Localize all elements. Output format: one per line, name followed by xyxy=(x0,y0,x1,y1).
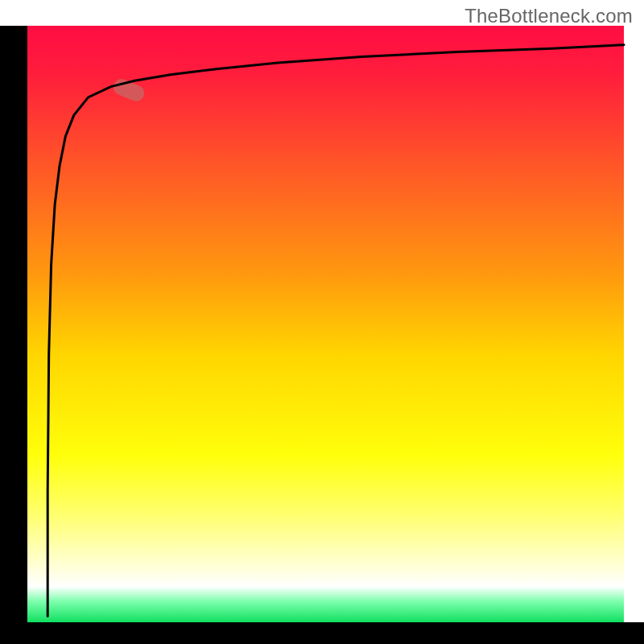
axis-left xyxy=(0,26,27,644)
plot-background xyxy=(27,26,624,622)
attribution-label: TheBottleneck.com xyxy=(464,5,633,27)
bottleneck-chart xyxy=(0,0,644,644)
axis-bottom xyxy=(0,622,644,644)
chart-container: TheBottleneck.com xyxy=(0,0,644,644)
